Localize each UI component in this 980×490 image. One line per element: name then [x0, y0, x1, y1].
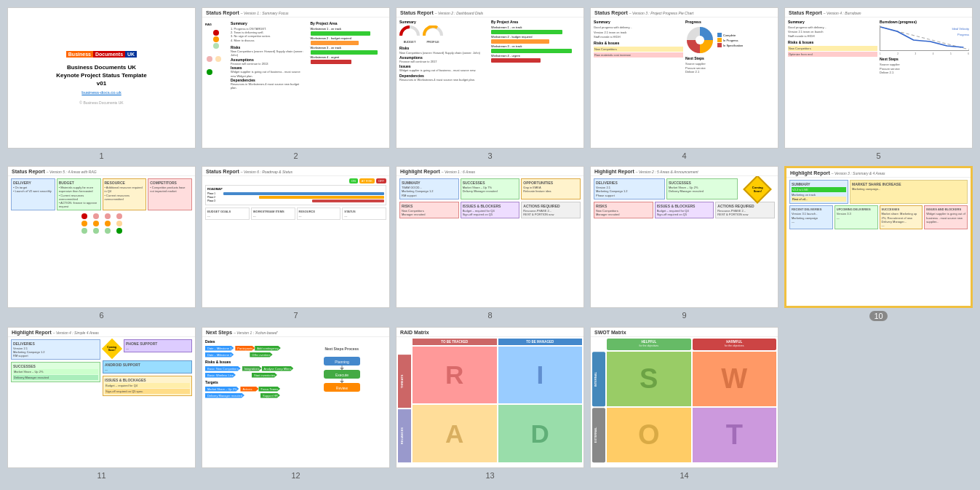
- slide-1-link: business-docs.co.uk: [81, 90, 121, 95]
- slide-2[interactable]: Status Report – Version 1 : Summary Focu…: [202, 7, 390, 149]
- slide-2-body: RAG: [202, 17, 389, 144]
- slide-number-12: 12: [291, 471, 300, 480]
- slide-8-body: Summary TEAM GOOD... Marketing Campaign …: [397, 176, 583, 303]
- slide-container-10: Highlight Report – Version 3 : Summary &…: [784, 166, 973, 320]
- slide-5-header: Status Report – Version 4 : Burndown: [785, 8, 972, 17]
- slide-1-footer: © Business Documents UK: [79, 100, 123, 105]
- slide-number-8: 8: [487, 311, 492, 320]
- slide-11-body: Deliveries Version 2.1 Marketing Campaig…: [8, 337, 195, 464]
- slide-10[interactable]: Highlight Report – Version 3 : Summary &…: [784, 166, 973, 307]
- slide-7[interactable]: Status Report – Version 6 : Roadmap & St…: [202, 166, 390, 307]
- slide-container-6: Status Report – Version 5 : 4 Areas with…: [7, 166, 196, 320]
- slide-11-header: Highlight Report – Version 4 : Simple 4 …: [8, 328, 195, 337]
- slide-13-body: THREATS RELIANCES TO BE TRACKED R A TO B: [397, 337, 583, 464]
- slide-3[interactable]: Status Report – Version 2 : Dashboard Di…: [396, 7, 584, 149]
- slide-container-3: Status Report – Version 2 : Dashboard Di…: [396, 7, 584, 160]
- slide-2-header: Status Report – Version 1 : Summary Focu…: [202, 8, 389, 17]
- slide-5-body: Summary Good progress with delivery... V…: [785, 17, 972, 144]
- slide-7-body: ON AT RISK OFF ROADMAP Phase 1 Phase 2: [202, 176, 389, 303]
- slide-container-14: SWOT Matrix HELPFULfor the objectives HA…: [590, 327, 778, 480]
- slide-7-header: Status Report – Version 6 : Roadmap & St…: [202, 167, 389, 176]
- logo-documents: Documents: [93, 51, 125, 58]
- slide-8-header: Highlight Report – Version 1 : 6 Areas: [397, 167, 583, 176]
- slide-number-1: 1: [99, 151, 103, 160]
- slide-5[interactable]: Status Report – Version 4 : Burndown Sum…: [784, 7, 973, 149]
- slide-4-body: Summary Good progress with delivery... V…: [591, 17, 778, 144]
- slide-12-header: Next Steps – Version 1 : 'Action-based': [202, 328, 389, 337]
- slide-10-header: Highlight Report – Version 3 : Summary &…: [786, 168, 971, 178]
- slide-container-1: Business Documents UK Business Documents…: [7, 7, 196, 160]
- logo-uk: UK: [125, 51, 137, 58]
- slide-3-body: Summary BUDGET: [397, 17, 583, 144]
- slide-13-header: RAID Matrix: [397, 328, 583, 337]
- slide-9-body: Deliveries Version 2.1 Marketing Campaig…: [591, 176, 778, 303]
- svg-text:Review: Review: [336, 386, 348, 390]
- slide-6-header: Status Report – Version 5 : 4 Areas with…: [8, 167, 195, 176]
- slide-container-7: Status Report – Version 6 : Roadmap & St…: [202, 166, 390, 320]
- slide-11[interactable]: Highlight Report – Version 4 : Simple 4 …: [7, 327, 196, 468]
- svg-marker-10: [340, 381, 344, 383]
- slide-number-3: 3: [487, 151, 492, 160]
- svg-text:Planning: Planning: [335, 360, 349, 364]
- slide-14-header: SWOT Matrix: [591, 328, 778, 337]
- logo-business: Business: [66, 51, 93, 58]
- slide-container-9: Highlight Report – Version 2 : 5 Areas &…: [590, 166, 778, 320]
- slide-3-header: Status Report – Version 2 : Dashboard Di…: [397, 8, 583, 17]
- slide-number-5: 5: [876, 151, 880, 160]
- svg-text:Execute: Execute: [335, 373, 348, 377]
- slide-12-body: Dates Date – Milestone 1 Participants Ad…: [202, 337, 389, 464]
- slide-1-title: Business Documents UKKeynote Project Sta…: [56, 63, 146, 88]
- slide-12[interactable]: Next Steps – Version 1 : 'Action-based' …: [202, 327, 390, 468]
- slide-container-11: Highlight Report – Version 4 : Simple 4 …: [7, 327, 196, 480]
- slide-13[interactable]: RAID Matrix THREATS RELIANCES TO BE TRAC…: [396, 327, 584, 468]
- slide-container-13: RAID Matrix THREATS RELIANCES TO BE TRAC…: [396, 327, 584, 480]
- slide-10-body: Summary V2.2 is LIVE Marketing on track …: [786, 178, 971, 301]
- slide-number-11: 11: [97, 471, 105, 480]
- slide-container-12: Next Steps – Version 1 : 'Action-based' …: [202, 327, 390, 480]
- slide-number-4: 4: [682, 151, 686, 160]
- slide-container-4: Status Report – Version 3 : Project Prog…: [590, 7, 778, 160]
- slide-9[interactable]: Highlight Report – Version 2 : 5 Areas &…: [590, 166, 778, 307]
- slide-number-2: 2: [293, 151, 298, 160]
- slide-grid: Business Documents UK Business Documents…: [7, 7, 973, 480]
- slide-6[interactable]: Status Report – Version 5 : 4 Areas with…: [7, 166, 196, 307]
- slide-14[interactable]: SWOT Matrix HELPFULfor the objectives HA…: [590, 327, 778, 468]
- slide-number-13: 13: [485, 471, 494, 480]
- slide-container-2: Status Report – Version 1 : Summary Focu…: [202, 7, 390, 160]
- slide-number-14: 14: [680, 471, 688, 480]
- slide-9-header: Highlight Report – Version 2 : 5 Areas &…: [591, 167, 778, 176]
- slide-container-5: Status Report – Version 4 : Burndown Sum…: [784, 7, 973, 160]
- slide-4[interactable]: Status Report – Version 3 : Project Prog…: [590, 7, 778, 149]
- svg-point-1: [696, 36, 704, 44]
- logo: Business Documents UK: [66, 51, 137, 58]
- slide-1[interactable]: Business Documents UK Business Documents…: [7, 7, 196, 149]
- slide-container-8: Highlight Report – Version 1 : 6 Areas S…: [396, 166, 584, 320]
- slide-number-7: 7: [293, 311, 298, 320]
- slide-8[interactable]: Highlight Report – Version 1 : 6 Areas S…: [396, 166, 584, 307]
- slide-4-header: Status Report – Version 3 : Project Prog…: [591, 8, 778, 17]
- slide-number-6: 6: [99, 311, 103, 320]
- slide-number-9: 9: [682, 311, 686, 320]
- slide-number-10: 10: [869, 311, 887, 321]
- slide-14-body: HELPFULfor the objectives HARMFULfor the…: [591, 337, 778, 464]
- svg-marker-6: [340, 368, 344, 370]
- slide-6-body: Delivery • On target • Launch of V2 went…: [8, 176, 195, 303]
